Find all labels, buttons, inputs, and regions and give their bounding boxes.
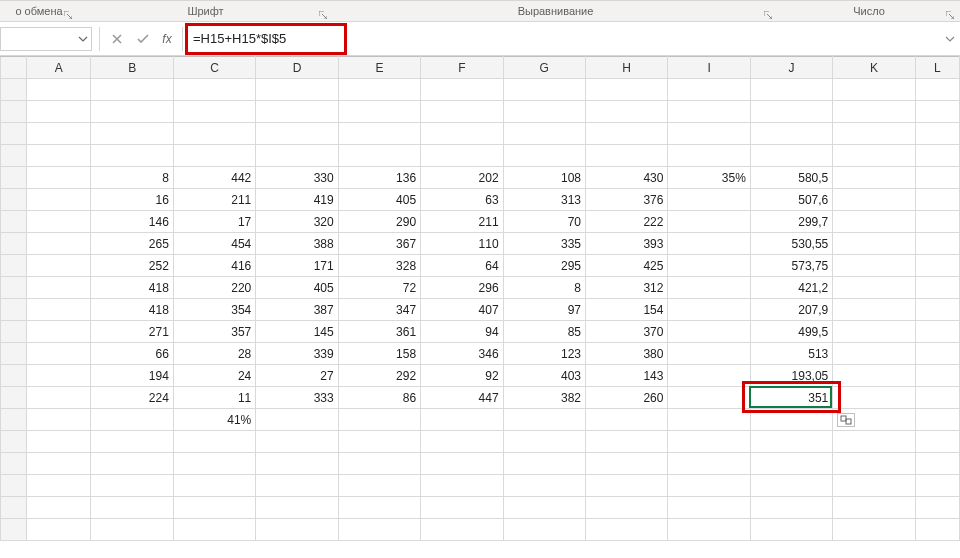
cell[interactable] xyxy=(27,299,91,321)
cell[interactable] xyxy=(91,101,173,123)
cell[interactable] xyxy=(833,519,915,541)
cell[interactable]: 421,2 xyxy=(750,277,832,299)
cell[interactable] xyxy=(256,519,338,541)
cell[interactable] xyxy=(833,431,915,453)
cell[interactable]: 376 xyxy=(585,189,667,211)
cell[interactable] xyxy=(421,79,503,101)
row-header[interactable] xyxy=(1,365,27,387)
cell[interactable]: 211 xyxy=(421,211,503,233)
cell[interactable]: 194 xyxy=(91,365,173,387)
cell[interactable] xyxy=(668,255,750,277)
cell[interactable] xyxy=(27,453,91,475)
cell[interactable]: 143 xyxy=(585,365,667,387)
row-header[interactable] xyxy=(1,475,27,497)
cell[interactable]: 24 xyxy=(173,365,255,387)
cell[interactable]: 299,7 xyxy=(750,211,832,233)
cell[interactable] xyxy=(585,453,667,475)
cell[interactable]: 418 xyxy=(91,299,173,321)
cell[interactable] xyxy=(750,101,832,123)
cell[interactable]: 70 xyxy=(503,211,585,233)
cell[interactable]: 573,75 xyxy=(750,255,832,277)
cell[interactable] xyxy=(27,79,91,101)
cell[interactable]: 8 xyxy=(503,277,585,299)
cell[interactable] xyxy=(585,475,667,497)
column-header[interactable]: G xyxy=(503,57,585,79)
cell[interactable] xyxy=(668,79,750,101)
cell[interactable]: 16 xyxy=(91,189,173,211)
dialog-launcher-icon[interactable] xyxy=(317,9,329,21)
cell[interactable]: 207,9 xyxy=(750,299,832,321)
cell[interactable]: 108 xyxy=(503,167,585,189)
cell[interactable]: 220 xyxy=(173,277,255,299)
cell[interactable] xyxy=(750,409,832,431)
cell[interactable] xyxy=(750,145,832,167)
cell[interactable]: 335 xyxy=(503,233,585,255)
cell[interactable] xyxy=(91,475,173,497)
row-header[interactable] xyxy=(1,519,27,541)
cell[interactable]: 63 xyxy=(421,189,503,211)
cell[interactable] xyxy=(915,189,959,211)
cell[interactable] xyxy=(173,101,255,123)
cell[interactable] xyxy=(668,409,750,431)
cell[interactable] xyxy=(27,123,91,145)
cell[interactable]: 252 xyxy=(91,255,173,277)
cell[interactable] xyxy=(338,453,420,475)
cell[interactable] xyxy=(338,497,420,519)
cell[interactable]: 11 xyxy=(173,387,255,409)
cell[interactable] xyxy=(503,79,585,101)
cell[interactable]: 222 xyxy=(585,211,667,233)
cell[interactable]: 447 xyxy=(421,387,503,409)
cell[interactable] xyxy=(503,475,585,497)
cell[interactable] xyxy=(668,299,750,321)
cell[interactable]: 110 xyxy=(421,233,503,255)
cell[interactable] xyxy=(27,321,91,343)
column-header[interactable]: B xyxy=(91,57,173,79)
cell[interactable]: 290 xyxy=(338,211,420,233)
cell[interactable] xyxy=(915,453,959,475)
cell[interactable]: 320 xyxy=(256,211,338,233)
cell[interactable] xyxy=(503,497,585,519)
cell[interactable] xyxy=(27,189,91,211)
column-header[interactable]: A xyxy=(27,57,91,79)
cell[interactable]: 271 xyxy=(91,321,173,343)
cell[interactable]: 405 xyxy=(256,277,338,299)
cell[interactable]: 357 xyxy=(173,321,255,343)
enter-formula-button[interactable] xyxy=(130,27,156,51)
cell[interactable]: 85 xyxy=(503,321,585,343)
cell[interactable] xyxy=(915,299,959,321)
cell[interactable]: 418 xyxy=(91,277,173,299)
cell[interactable] xyxy=(585,145,667,167)
cell[interactable]: 66 xyxy=(91,343,173,365)
cell[interactable] xyxy=(915,519,959,541)
cell[interactable]: 296 xyxy=(421,277,503,299)
cell[interactable] xyxy=(833,255,915,277)
cell[interactable]: 28 xyxy=(173,343,255,365)
cell[interactable] xyxy=(91,409,173,431)
cell[interactable] xyxy=(668,101,750,123)
select-all-corner[interactable] xyxy=(1,57,27,79)
cell[interactable]: 351 xyxy=(750,387,832,409)
cell[interactable] xyxy=(915,211,959,233)
dialog-launcher-icon[interactable] xyxy=(62,9,74,21)
cell[interactable] xyxy=(27,475,91,497)
cell[interactable] xyxy=(915,475,959,497)
cell[interactable] xyxy=(833,277,915,299)
cell[interactable] xyxy=(750,497,832,519)
cell[interactable]: 499,5 xyxy=(750,321,832,343)
cell[interactable] xyxy=(421,409,503,431)
cell[interactable] xyxy=(338,519,420,541)
row-header[interactable] xyxy=(1,145,27,167)
cell[interactable] xyxy=(915,167,959,189)
column-header[interactable]: H xyxy=(585,57,667,79)
cell[interactable] xyxy=(915,321,959,343)
cell[interactable] xyxy=(173,431,255,453)
cell[interactable] xyxy=(173,79,255,101)
cell[interactable] xyxy=(256,497,338,519)
row-header[interactable] xyxy=(1,387,27,409)
cell[interactable] xyxy=(668,211,750,233)
cell[interactable] xyxy=(91,79,173,101)
cell[interactable]: 295 xyxy=(503,255,585,277)
cell[interactable] xyxy=(256,475,338,497)
row-header[interactable] xyxy=(1,409,27,431)
cell[interactable] xyxy=(91,145,173,167)
